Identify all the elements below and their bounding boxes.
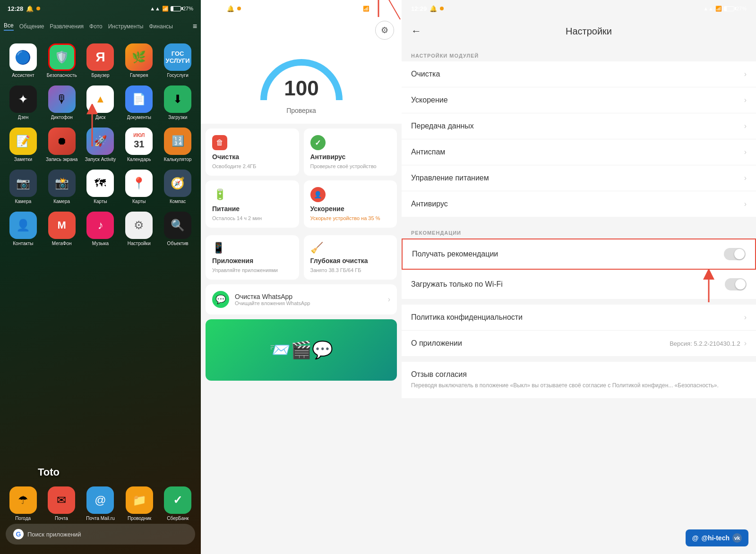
app-security[interactable]: 🛡️ Безопасность [44,43,79,78]
settings-button[interactable]: ⚙ [375,21,394,40]
search-placeholder: Поиск приложений [27,531,81,538]
app-music[interactable]: ♪ Музыка [83,212,118,246]
card-boost-sub: Ускорьте устройство на 35 % [310,215,391,221]
apps-icon: 📱 [212,242,292,254]
app-settings[interactable]: ⚙ Настройки [121,212,156,246]
status-right-panel1: ▲▲ 📶 27% [150,6,193,12]
card-deepclean[interactable]: 🧹 Глубокая очистка Занято 38.3 ГБ/64 ГБ [304,235,397,280]
score-area: 100 Проверка [201,43,402,124]
security-app-panel: 12:28 🔔 ▲▲ 📶 27% ⚙ [201,0,402,554]
card-boost[interactable]: 👤 Ускорение Ускорьте устройство на 35 % [304,180,397,228]
settings-title: Настройки [431,26,747,37]
whatsapp-clean-row[interactable]: 💬 Очистка WhatsApp Очищайте вложения Wha… [206,284,397,315]
app-docs[interactable]: 📄 Документы [121,85,156,120]
consent-section: Отзыв согласия Переводя выключатель в по… [402,362,756,398]
app-compass[interactable]: 🧭 Компас [160,170,195,204]
battery-pct: 27% [183,6,193,11]
app-notes[interactable]: 📝 Заметки [6,128,41,162]
gear-icon: ⚙ [381,25,388,35]
app-contacts[interactable]: 👤 Контакты [6,212,41,246]
apps-row-3: 📝 Заметки ⏺ Запись экрана 🚀 Запуск Activ… [0,124,201,166]
settings-recommendations-list: Получать рекомендации Загружать только п… [402,239,756,299]
time-panel1: 12:28 🔔 [8,5,40,12]
settings-header: ← Настройки [402,17,756,45]
app-camera1[interactable]: 📷 Камера [6,170,41,204]
tab-entertainment[interactable]: Развлечения [50,23,84,30]
tab-social[interactable]: Общение [19,23,44,30]
dock-provod[interactable]: 📁 Проводник [126,486,153,521]
card-apps[interactable]: 📱 Приложения Управляйте приложениями [206,235,299,280]
card-clean-sub: Освободите 2.4ГБ [212,163,292,169]
signal-p2: ▲▲ [351,6,361,11]
settings-row-boost[interactable]: Ускорение › [402,87,756,113]
app-assistant[interactable]: 🔵 Ассистент [6,43,41,78]
nav-menu-icon[interactable]: ≡ [193,22,197,31]
settings-row-consent: Отзыв согласия Переводя выключатель в по… [402,362,756,398]
app-gallery[interactable]: 🌿 Галерея [121,43,156,78]
app-screenrec[interactable]: ⏺ Запись экрана [44,128,79,162]
card-clean[interactable]: 🗑 Очистка Освободите 2.4ГБ [206,128,299,176]
tab-tools[interactable]: Инструменты [108,23,144,30]
status-bar-panel1: 12:28 🔔 ▲▲ 📶 27% [0,0,201,17]
toggle-knob-wifi-only [735,279,746,290]
row-label-get-recs: Получать рекомендации [412,250,724,258]
app-megafon[interactable]: М МегаФон [44,212,79,246]
row-label-power: Управление питанием [411,174,744,182]
app-calendar[interactable]: ИЮЛ 31 Календарь [121,128,156,162]
card-antivirus-title: Антивирус [310,153,391,161]
chevron-right-icon-5: › [744,200,747,208]
whatsapp-text: Очистка WhatsApp Очищайте вложения Whats… [235,293,382,306]
apps-row-5: 👤 Контакты М МегаФон ♪ Музыка ⚙ Настройк… [0,208,201,250]
settings-row-data[interactable]: Передача данных › [402,113,756,139]
search-bar[interactable]: G Поиск приложений [6,524,195,545]
app-browser[interactable]: Я Браузер [83,43,118,78]
dock-pochta[interactable]: ✉ Почта [48,486,75,521]
settings-row-power[interactable]: Управление питанием › [402,165,756,191]
settings-row-get-recs[interactable]: Получать рекомендации [402,239,756,270]
time-panel2: 12:28 🔔 [208,5,241,12]
app-dictophone[interactable]: 🎙 Диктофон [44,85,79,120]
row-label-privacy: Политика конфиденциальности [411,313,744,322]
consent-title: Отзыв согласия [411,370,467,379]
app-maps2[interactable]: 📍 Карты [121,170,156,204]
card-boost-title: Ускорение [310,205,391,213]
tab-all[interactable]: Все [4,22,14,31]
card-deepclean-title: Глубокая очистка [310,257,391,264]
card-battery-sub: Осталось 14 ч 2 мин [212,215,292,221]
card-antivirus-sub: Проверьте своё устройство [310,163,391,169]
tab-photo[interactable]: Фото [89,23,103,30]
apps-deepclean-row: 📱 Приложения Управляйте приложениями 🧹 Г… [201,230,402,284]
app-dzen[interactable]: ✦ Дзен [6,85,41,120]
row-label-wifi-only: Загружать только по Wi-Fi [411,280,725,289]
settings-row-about[interactable]: О приложении Версия: 5.2.2-210430.1.2 › [402,331,756,356]
tab-finance[interactable]: Финансы [149,23,173,30]
app-maps1[interactable]: 🗺 Карты [83,170,118,204]
dock-mailru[interactable]: @ Почта Mail.ru [86,486,115,521]
app-gosuslugi[interactable]: ГОСУСЛУГИ Госуслуги [160,43,195,78]
card-battery[interactable]: 🔋 Питание Осталось 14 ч 2 мин [206,180,299,228]
notification-icon: 🔔 [26,5,34,12]
back-button[interactable]: ← [411,25,421,37]
app-downloads[interactable]: ⬇ Загрузки [160,85,195,120]
app-disk[interactable]: ▲ Диск [83,85,118,120]
other-settings-list: Политика конфиденциальности › О приложен… [402,305,756,356]
settings-row-antivirus[interactable]: Антивирус › [402,191,756,217]
signal-p3: ▲▲ [703,6,713,11]
toggle-wifi-only[interactable] [725,278,747,290]
status-bar-panel2: 12:28 🔔 ▲▲ 📶 27% [201,0,402,17]
dock-pogoda[interactable]: ☂ Погода [9,486,37,521]
nav-tabs: Все Общение Развлечения Фото Инструменты… [0,17,201,36]
dock-sber[interactable]: ✓ СберБанк [164,486,191,521]
app-lens[interactable]: 🔍 Объектив [160,212,195,246]
settings-row-clean[interactable]: Очистка › [402,61,756,87]
app-calculator[interactable]: 🔢 Калькулятор [160,128,195,162]
settings-row-wifi-only[interactable]: Загружать только по Wi-Fi [402,270,756,299]
app-camera2[interactable]: 📸 Камера [44,170,79,204]
card-antivirus[interactable]: ✓ Антивирус Проверьте своё устройство [304,128,397,176]
settings-row-antispam[interactable]: Антиспам › [402,139,756,165]
toggle-get-recs[interactable] [724,248,746,260]
signal-icon: ▲▲ [150,6,160,11]
app-launch[interactable]: 🚀 Запуск Activity [83,128,118,162]
apps-row-2: ✦ Дзен 🎙 Диктофон ▲ Диск 📄 Документы ⬇ [0,82,201,124]
settings-row-privacy[interactable]: Политика конфиденциальности › [402,305,756,331]
